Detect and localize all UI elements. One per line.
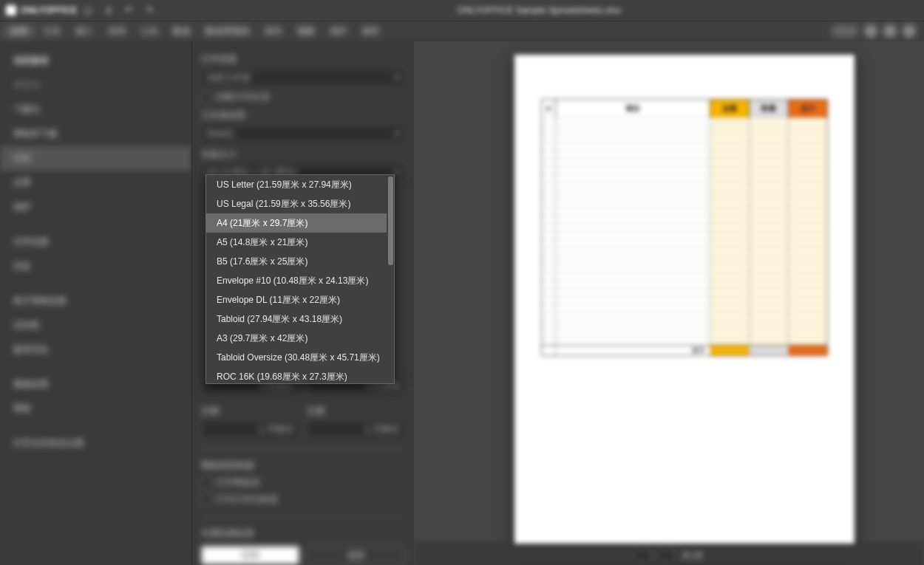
sidebar-item[interactable]: 帮助并下载 [0,122,191,146]
margin-left-input[interactable]: 1.78厘米 [201,420,299,438]
titlebar: ONLYOFFICE ▢ ⎙ ↶ ↷ ONLYOFFICE Sample Spr… [0,0,924,21]
preview-footer: 共1页 [414,544,924,565]
tab-pivot[interactable]: 数据透视表 [198,25,257,38]
page-size-option[interactable]: Envelope DL (11厘米 x 22厘米) [206,290,387,309]
range-select[interactable]: 当前工作表 [201,69,405,86]
tab-file[interactable]: 文件 [3,25,35,38]
sidebar-item[interactable]: 关闭菜单 [0,49,191,73]
col-qty: 数量 [750,100,789,117]
col-total: 总计 [789,100,827,117]
table-row [542,296,827,304]
col-index: # [542,100,556,117]
sidebar-item[interactable]: 下载为 [0,97,191,122]
sheet-select[interactable]: Sheet1 [201,125,405,143]
more-icon[interactable] [903,25,915,37]
sidebar-item[interactable]: 另存为 [0,73,191,97]
page-size-option[interactable]: US Letter (21.59厘米 x 27.94厘米) [206,175,387,194]
sidebar-item[interactable]: 历史 [0,254,191,278]
page-size-option[interactable]: Envelope #10 (10.48厘米 x 24.13厘米) [206,271,387,290]
left-label: 左侧 [201,405,299,417]
print-gridlines-checkbox[interactable]: 打印网格线 [201,476,405,489]
table-row [542,191,827,199]
menubar: 文件 主页 插入 布局 公式 数据 数据透视表 协作 视图 保护 插件 [0,21,924,41]
page-size-option[interactable]: A5 (14.8厘米 x 21厘米) [206,233,387,252]
header-footer-label: 页眉页脚设置 [201,527,405,540]
tab-layout[interactable]: 布局 [101,25,133,38]
table-row [542,174,827,182]
sidebar-item[interactable]: 高级设置 [0,372,191,397]
table-row [542,272,827,280]
sidebar-item[interactable]: 访问权 [0,313,191,338]
save-pdf-button[interactable]: 保存 [307,546,405,565]
page-size-option[interactable]: Tabloid (27.94厘米 x 43.18厘米) [206,309,387,329]
preview-table: # 项目 金额 数量 总计 合计 [541,99,828,356]
search-icon[interactable] [865,25,877,37]
save-icon[interactable]: ▢ [77,3,98,18]
table-row [542,288,827,296]
sidebar-item[interactable]: 保护 [0,195,191,219]
right-label: 右侧 [307,405,405,417]
ignore-print-area-checkbox[interactable]: 忽略打印区域 [201,91,405,103]
print-icon[interactable]: ⎙ [98,3,118,18]
table-row [542,329,827,337]
sidebar-item[interactable]: 打印 [0,146,191,171]
page-size-option[interactable]: B5 (17.6厘米 x 25厘米) [206,252,387,271]
table-row [542,256,827,264]
print-preview: # 项目 金额 数量 总计 合计 共1页 [414,41,924,565]
sidebar-item[interactable]: 共享 [0,171,191,195]
table-row [542,134,827,142]
tab-view[interactable]: 视图 [290,25,322,38]
page-size-option[interactable]: A3 (29.7厘米 x 42厘米) [206,329,387,348]
app-name: ONLYOFFICE [21,5,77,16]
sidebar-item[interactable]: 打开文件所在位置 [0,431,191,456]
preview-page: # 项目 金额 数量 总计 合计 [514,55,855,565]
table-row [542,223,827,231]
sheet-label: 工作表设置 [201,109,405,122]
table-row [542,117,827,126]
print-headings-checkbox[interactable]: 打印行和列标题 [201,493,405,506]
page-size-option[interactable]: Tabloid Oversize (30.48厘米 x 45.71厘米) [206,348,387,367]
col-amount: 金额 [710,100,750,117]
table-row [542,312,827,321]
tab-collab[interactable]: 协作 [257,25,290,38]
page-size-option[interactable]: ROC 16K (19.68厘米 x 27.3厘米) [206,367,387,383]
sidebar-item[interactable]: 电子表格信息 [0,289,191,313]
redo-icon[interactable]: ↷ [139,3,160,18]
table-row [542,304,827,312]
table-row [542,337,827,345]
app-brand: ONLYOFFICE [6,5,77,16]
tab-insert[interactable]: 插入 [68,25,101,38]
table-row [542,158,827,166]
document-title: ONLYOFFICE Sample Spreadsheets.xlsx [160,5,918,16]
margin-right-input[interactable]: 1.78厘米 [307,420,405,438]
sidebar-item[interactable]: 版本历史 [0,338,191,362]
tab-home[interactable]: 主页 [35,25,68,38]
page-size-dropdown[interactable]: US Letter (21.59厘米 x 27.94厘米)US Legal (2… [205,174,395,384]
table-footer-label: 合计 [556,345,710,355]
sidebar-item[interactable]: 帮助 [0,397,191,421]
user-segment[interactable] [832,25,857,37]
page-size-option[interactable]: US Legal (21.59厘米 x 35.56厘米) [206,194,387,213]
tab-formula[interactable]: 公式 [133,25,166,38]
prev-page-button[interactable] [634,548,650,563]
scrollbar-thumb[interactable] [388,177,393,265]
table-row [542,166,827,174]
tab-data[interactable]: 数据 [166,25,198,38]
sidebar-item[interactable]: 文件信息 [0,230,191,254]
table-row [542,182,827,191]
tab-protect[interactable]: 保护 [322,25,355,38]
settings-icon[interactable] [884,25,896,37]
table-row [542,247,827,256]
print-button[interactable]: 打印 [201,546,299,565]
table-row [542,142,827,150]
tab-plugins[interactable]: 插件 [355,25,387,38]
dropdown-scrollbar[interactable] [388,177,393,382]
undo-icon[interactable]: ↶ [118,3,139,18]
table-row [542,215,827,223]
table-row [542,280,827,288]
next-page-button[interactable] [658,548,674,563]
page-size-label: 页面大小 [201,148,405,161]
page-size-option[interactable]: A4 (21厘米 x 29.7厘米) [206,213,387,233]
table-row [542,239,827,247]
table-row [542,321,827,329]
